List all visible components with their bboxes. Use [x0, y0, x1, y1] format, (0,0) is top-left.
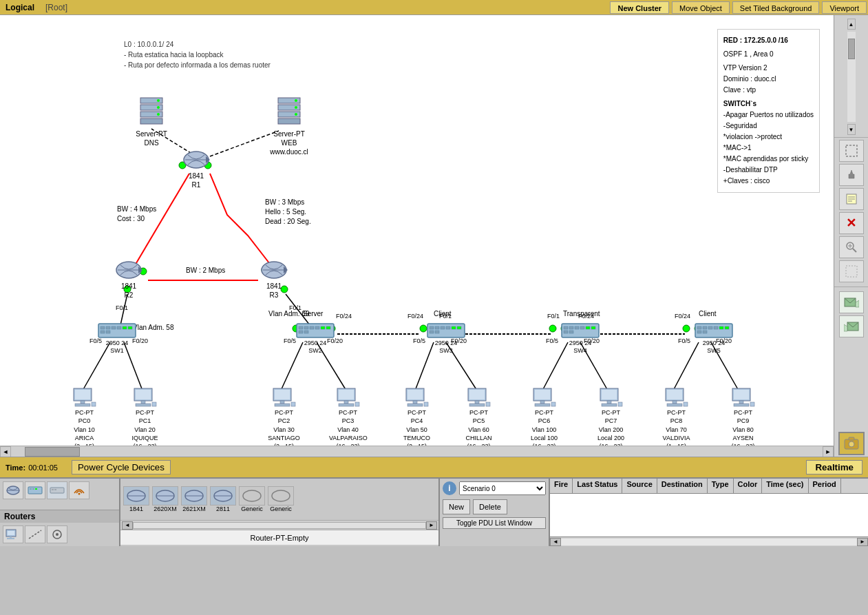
- note-tool-button[interactable]: [839, 188, 864, 210]
- connections-icon[interactable]: [25, 525, 45, 543]
- svg-rect-94: [321, 326, 325, 329]
- svg-rect-174: [750, 402, 754, 406]
- event-rows: [550, 494, 868, 536]
- horizontal-scrollbar[interactable]: ◄ ►: [0, 446, 834, 457]
- switch-sw1[interactable]: 2950 24SW1: [89, 323, 145, 355]
- scroll-down-arrow[interactable]: ▼: [847, 124, 856, 135]
- scenario-select[interactable]: Scenario 0: [459, 481, 546, 495]
- scenario-row: i Scenario 0: [443, 481, 546, 495]
- svg-rect-139: [291, 402, 295, 406]
- switches-category-icon[interactable]: [25, 481, 45, 499]
- screenshot-button[interactable]: [838, 432, 865, 455]
- svg-marker-186: [856, 300, 859, 307]
- move-object-button[interactable]: Move Object: [672, 1, 730, 14]
- svg-rect-147: [413, 401, 417, 404]
- svg-rect-115: [569, 331, 573, 333]
- model-scroll-right[interactable]: ►: [426, 521, 437, 530]
- device-row2: [0, 523, 119, 546]
- switch-sw4[interactable]: 2950 24SW4: [553, 323, 608, 355]
- scroll-left-arrow[interactable]: ◄: [0, 446, 11, 457]
- info-apagar: -Apagar Puertos no utilizados: [723, 110, 814, 121]
- sw4-f01-left-label: F0/1: [547, 313, 560, 320]
- event-header: Fire Last Status Source Destination Type…: [550, 479, 868, 494]
- event-scroll-right[interactable]: ►: [857, 538, 868, 546]
- model-1841[interactable]: 1841: [123, 486, 149, 512]
- svg-rect-199: [52, 489, 54, 490]
- vertical-scroll-thumb[interactable]: [848, 39, 855, 59]
- event-col-fire: Fire: [550, 479, 573, 493]
- router-r2[interactable]: 1841R2: [112, 260, 146, 300]
- scenario-delete-button[interactable]: Delete: [473, 499, 507, 514]
- topbar: Logical [Root] New Cluster Move Object S…: [0, 0, 868, 15]
- receive-pdu-button[interactable]: [839, 315, 864, 337]
- svg-rect-90: [299, 326, 303, 329]
- power-cycle-button[interactable]: Power Cycle Devices: [72, 460, 171, 475]
- end-devices-icon[interactable]: [3, 525, 23, 543]
- switch-sw2[interactable]: 2950 24SW2: [288, 323, 343, 355]
- right-toolbar: ▲ ▼ ✕: [834, 15, 868, 457]
- scroll-right-arrow[interactable]: ►: [823, 446, 834, 457]
- svg-rect-157: [540, 401, 544, 404]
- event-scrollbar[interactable]: ◄ ►: [550, 536, 868, 546]
- svg-rect-95: [326, 326, 330, 329]
- model-2621xm[interactable]: 2621XM: [181, 486, 207, 512]
- horizontal-scroll-thumb[interactable]: [25, 447, 80, 457]
- area-select-button[interactable]: [839, 260, 864, 282]
- wireless-category-icon[interactable]: [69, 481, 89, 499]
- select-tool-button[interactable]: [839, 140, 864, 162]
- router-r3[interactable]: 1841R3: [257, 260, 291, 300]
- hand-tool-button[interactable]: [839, 164, 864, 186]
- model-scroll-left[interactable]: ◄: [122, 521, 133, 530]
- svg-rect-105: [430, 331, 434, 333]
- info-seguridad: -Seguridad: [723, 121, 814, 132]
- web-server[interactable]: Server-PTWEB www.duoc.cl: [265, 96, 313, 156]
- model-generic1[interactable]: Generic: [239, 486, 265, 512]
- realtime-button[interactable]: Realtime: [806, 460, 862, 475]
- scroll-up-arrow[interactable]: ▲: [847, 19, 856, 30]
- svg-point-62: [157, 106, 160, 109]
- model-2811[interactable]: 2811: [210, 486, 236, 512]
- info-red: RED : 172.25.0.0 /16: [723, 35, 814, 46]
- svg-rect-124: [703, 331, 707, 333]
- svg-point-218: [272, 490, 290, 501]
- model-generic2[interactable]: Generic: [268, 486, 294, 512]
- info-ospf: OSPF 1 , Area 0: [723, 49, 814, 60]
- sw2-mode-label: Server: [303, 310, 323, 317]
- event-col-period: Period: [809, 479, 841, 493]
- svg-rect-131: [136, 390, 151, 399]
- switch-sw5[interactable]: 2950 24SW5: [686, 323, 741, 355]
- svg-rect-132: [141, 401, 145, 404]
- dns-server[interactable]: Server-PTDNS: [134, 96, 169, 147]
- app-title: Logical: [0, 3, 40, 12]
- scenario-new-button[interactable]: New: [443, 499, 470, 514]
- svg-rect-122: [725, 326, 729, 329]
- event-scroll-left[interactable]: ◄: [550, 538, 561, 546]
- event-col-type: Type: [708, 479, 734, 493]
- model-2620xm[interactable]: 2620XM: [152, 486, 178, 512]
- set-tiled-bg-button[interactable]: Set Tiled Background: [732, 1, 820, 14]
- new-cluster-button[interactable]: New Cluster: [610, 1, 669, 14]
- switch-sw3[interactable]: 2950 24SW3: [419, 323, 474, 355]
- model-scroll-bar[interactable]: ◄ ►: [120, 520, 438, 530]
- zoom-tool-button[interactable]: [839, 236, 864, 258]
- delete-tool-button[interactable]: ✕: [839, 212, 864, 234]
- misc-devices-icon[interactable]: [47, 525, 67, 543]
- toggle-pdu-button[interactable]: Toggle PDU List Window: [443, 517, 546, 529]
- svg-rect-136: [275, 390, 290, 399]
- svg-rect-197: [35, 488, 37, 490]
- send-pdu-button[interactable]: [839, 291, 864, 313]
- hubs-category-icon[interactable]: [47, 481, 67, 499]
- event-scroll-track: [561, 539, 857, 545]
- network-canvas[interactable]: L0 : 10.0.0.1/ 24 - Ruta estatica hacia …: [0, 15, 834, 457]
- device-category-icons: [0, 479, 119, 510]
- viewport-button[interactable]: Viewport: [822, 1, 867, 14]
- routers-category-icon[interactable]: [3, 481, 23, 499]
- svg-rect-106: [435, 331, 439, 333]
- router-r1[interactable]: 1841R1: [179, 149, 213, 189]
- info-violacion: *violacion ->protect: [723, 132, 814, 143]
- sw3-f024-left-label: F0/24: [407, 313, 423, 320]
- svg-rect-162: [607, 401, 611, 404]
- svg-marker-188: [844, 324, 847, 331]
- svg-rect-134: [152, 402, 156, 406]
- svg-rect-154: [486, 402, 490, 406]
